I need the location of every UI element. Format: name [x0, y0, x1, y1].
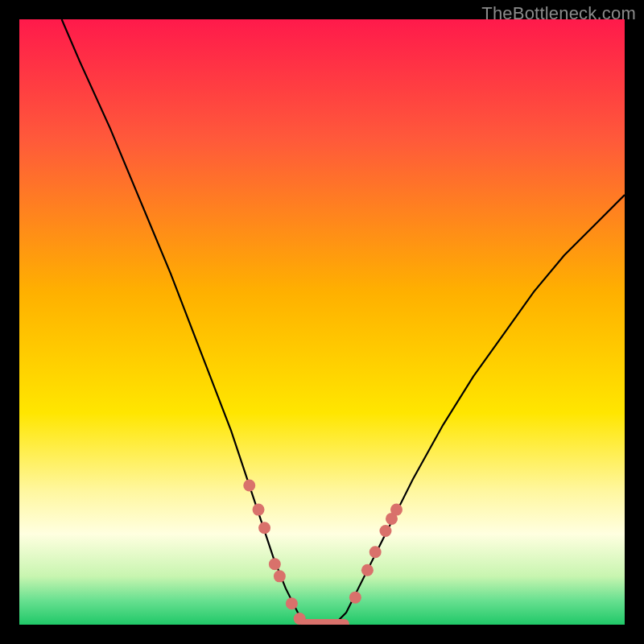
watermark-text: TheBottleneck.com — [481, 3, 636, 24]
chart-frame — [19, 19, 625, 625]
highlight-dot — [379, 525, 391, 537]
highlight-dot — [390, 504, 402, 516]
highlight-dot — [274, 570, 286, 582]
highlight-dot — [243, 480, 255, 492]
highlight-dot — [286, 597, 298, 609]
highlight-dot — [258, 522, 270, 534]
bottleneck-chart — [19, 19, 625, 625]
highlight-dot — [361, 564, 374, 576]
highlight-dot — [253, 504, 265, 516]
highlight-dot — [369, 546, 382, 558]
highlight-dot — [349, 592, 361, 604]
gradient-background — [19, 19, 625, 625]
trough-bar — [301, 619, 349, 625]
highlight-dot — [269, 558, 281, 570]
